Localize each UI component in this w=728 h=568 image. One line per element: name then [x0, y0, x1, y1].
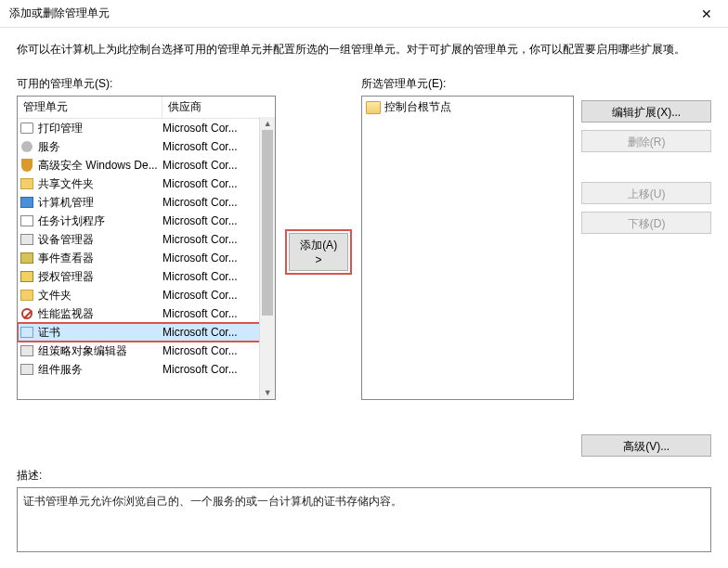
titlebar: 添加或删除管理单元 ✕ [0, 0, 728, 28]
list-item[interactable]: 授权管理器Microsoft Cor... [18, 267, 275, 286]
dialog-content: 你可以在计算机上为此控制台选择可用的管理单元并配置所选的一组管理单元。对于可扩展… [0, 28, 728, 562]
list-header: 管理单元 供应商 [18, 97, 275, 119]
snapin-icon [20, 121, 34, 136]
snapin-vendor: Microsoft Cor... [162, 138, 273, 155]
list-item[interactable]: 组件服务Microsoft Cor... [18, 360, 275, 379]
snapin-vendor: Microsoft Cor... [162, 120, 273, 136]
snapin-icon [20, 362, 34, 377]
advanced-button[interactable]: 高级(V)... [581, 434, 711, 457]
snapin-vendor: Microsoft Cor... [162, 231, 273, 248]
snapin-name: 证书 [38, 324, 162, 341]
tree-root-label: 控制台根节点 [384, 99, 451, 115]
snapin-icon [20, 232, 34, 247]
snapin-vendor: Microsoft Cor... [162, 157, 273, 174]
snapin-name: 计算机管理 [38, 194, 162, 211]
snapin-vendor: Microsoft Cor... [162, 194, 273, 211]
snapin-vendor: Microsoft Cor... [162, 305, 273, 322]
snapin-vendor: Microsoft Cor... [162, 268, 273, 285]
list-item[interactable]: 组策略对象编辑器Microsoft Cor... [18, 342, 275, 360]
snapin-icon [20, 325, 34, 340]
close-button[interactable]: ✕ [685, 0, 728, 28]
snapin-name: 事件查看器 [38, 250, 162, 266]
add-button-highlight: 添加(A) > [285, 229, 352, 275]
selected-listbox[interactable]: 控制台根节点 [361, 96, 574, 400]
snapin-name: 高级安全 Windows De... [38, 157, 162, 174]
scroll-down-icon[interactable]: ▼ [260, 386, 275, 399]
snapin-icon [20, 158, 34, 173]
col-header-name[interactable]: 管理单元 [18, 97, 162, 118]
snapin-icon [20, 288, 34, 303]
available-label: 可用的管理单元(S): [17, 76, 276, 92]
snapin-name: 文件夹 [38, 287, 162, 303]
list-item[interactable]: 共享文件夹Microsoft Cor... [18, 174, 275, 193]
list-item[interactable]: 文件夹Microsoft Cor... [18, 286, 275, 304]
add-button[interactable]: 添加(A) > [289, 233, 348, 271]
snapin-vendor: Microsoft Cor... [162, 213, 273, 229]
snapin-icon [20, 251, 34, 265]
remove-button[interactable]: 删除(R) [581, 130, 711, 152]
scroll-thumb[interactable] [262, 130, 273, 316]
list-item[interactable]: 事件查看器Microsoft Cor... [18, 249, 275, 267]
dialog-footer: 确定 取消 [0, 562, 728, 568]
description-box: 证书管理单元允许你浏览自己的、一个服务的或一台计算机的证书存储内容。 [17, 487, 711, 552]
list-item[interactable]: 打印管理Microsoft Cor... [18, 119, 275, 137]
snapin-icon [20, 213, 34, 228]
snapin-icon [20, 195, 34, 210]
snapin-name: 性能监视器 [38, 305, 162, 322]
snapin-name: 授权管理器 [38, 268, 162, 285]
edit-extensions-button[interactable]: 编辑扩展(X)... [581, 100, 711, 123]
available-listbox[interactable]: 管理单元 供应商 打印管理Microsoft Cor...服务Microsoft… [17, 96, 276, 400]
list-item[interactable]: 高级安全 Windows De...Microsoft Cor... [18, 156, 275, 174]
snapin-icon [20, 343, 34, 358]
snapin-vendor: Microsoft Cor... [162, 175, 273, 192]
list-item[interactable]: 性能监视器Microsoft Cor... [18, 304, 275, 323]
scrollbar[interactable]: ▲ ▼ [259, 117, 275, 399]
list-item[interactable]: 服务Microsoft Cor... [18, 137, 275, 156]
list-item[interactable]: 计算机管理Microsoft Cor... [18, 193, 275, 212]
snapin-name: 任务计划程序 [38, 213, 162, 229]
snapin-vendor: Microsoft Cor... [162, 342, 273, 359]
snapin-icon [20, 306, 34, 321]
intro-text: 你可以在计算机上为此控制台选择可用的管理单元并配置所选的一组管理单元。对于可扩展… [17, 41, 711, 58]
move-up-button[interactable]: 上移(U) [581, 182, 711, 204]
description-text: 证书管理单元允许你浏览自己的、一个服务的或一台计算机的证书存储内容。 [23, 495, 402, 508]
snapin-icon [20, 139, 34, 154]
selected-label: 所选管理单元(E): [361, 76, 574, 92]
col-header-vendor[interactable]: 供应商 [162, 97, 275, 118]
snapin-icon [20, 176, 34, 191]
move-down-button[interactable]: 下移(D) [581, 212, 711, 234]
snapin-name: 组策略对象编辑器 [38, 342, 162, 359]
close-icon: ✕ [701, 6, 712, 21]
snapin-icon [20, 269, 34, 284]
snapin-vendor: Microsoft Cor... [162, 361, 273, 378]
description-label: 描述: [17, 468, 711, 484]
snapin-name: 服务 [38, 138, 162, 155]
list-body: 打印管理Microsoft Cor...服务Microsoft Cor...高级… [18, 119, 275, 400]
scroll-up-icon[interactable]: ▲ [260, 117, 275, 130]
tree-root-item[interactable]: 控制台根节点 [364, 98, 571, 116]
snapin-name: 打印管理 [38, 120, 162, 136]
window-title: 添加或删除管理单元 [9, 6, 110, 21]
list-item[interactable]: 证书Microsoft Cor... [18, 323, 275, 342]
list-item[interactable]: 设备管理器Microsoft Cor... [18, 230, 275, 249]
list-item[interactable]: 任务计划程序Microsoft Cor... [18, 212, 275, 230]
snapin-name: 共享文件夹 [38, 175, 162, 192]
snapin-vendor: Microsoft Cor... [162, 287, 273, 303]
snapin-name: 组件服务 [38, 361, 162, 378]
folder-icon [366, 101, 381, 114]
snapin-name: 设备管理器 [38, 231, 162, 248]
snapin-vendor: Microsoft Cor... [162, 324, 273, 341]
snapin-vendor: Microsoft Cor... [162, 250, 273, 266]
